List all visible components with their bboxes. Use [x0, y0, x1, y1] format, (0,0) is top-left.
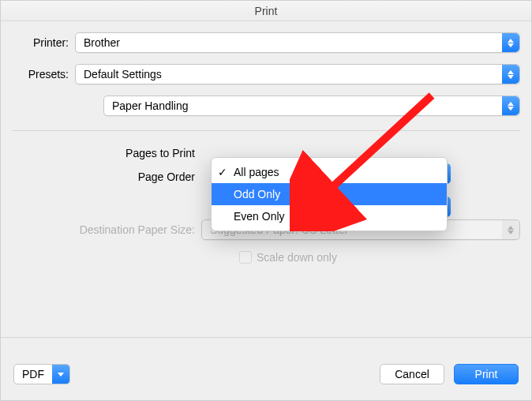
stepper-icon [502, 96, 519, 115]
scale-down-row: Scale down only [239, 251, 520, 264]
print-dialog: Print Printer: Brother Presets: Default … [0, 0, 532, 401]
printer-value: Brother [84, 36, 120, 49]
section-row: Paper Handling [12, 96, 520, 116]
presets-select[interactable]: Default Settings [75, 64, 520, 84]
cancel-button[interactable]: Cancel [380, 364, 444, 384]
window-title: Print [1, 1, 531, 21]
bottom-bar: PDF Cancel Print [1, 348, 531, 400]
cancel-label: Cancel [395, 368, 429, 380]
presets-value: Default Settings [84, 68, 162, 81]
stepper-icon [502, 220, 519, 239]
divider [1, 337, 531, 338]
divider [12, 130, 520, 131]
pdf-button-label: PDF [14, 368, 52, 380]
pages-to-print-dropdown: ✓ All pages Odd Only Even Only [211, 157, 448, 231]
stepper-icon [502, 65, 519, 84]
scale-down-checkbox [239, 251, 252, 264]
dropdown-item-even-only[interactable]: Even Only [212, 205, 447, 227]
destination-paper-label: Destination Paper Size: [43, 223, 201, 236]
presets-label: Presets: [12, 68, 75, 81]
presets-row: Presets: Default Settings [12, 64, 520, 84]
dropdown-item-label: Odd Only [234, 188, 280, 200]
action-buttons: Cancel Print [380, 364, 519, 384]
print-label: Print [475, 368, 498, 380]
scale-down-label: Scale down only [257, 251, 337, 264]
check-icon: ✓ [218, 166, 227, 178]
stepper-icon [502, 33, 519, 52]
pages-to-print-label: Pages to Print [43, 147, 201, 159]
print-button[interactable]: Print [454, 364, 519, 384]
page-order-label: Page Order [43, 171, 201, 183]
pdf-menu-button[interactable]: PDF [13, 364, 70, 384]
printer-row: Printer: Brother [12, 32, 520, 53]
printer-label: Printer: [12, 36, 75, 49]
dropdown-item-all-pages[interactable]: ✓ All pages [212, 161, 447, 183]
printer-select[interactable]: Brother [75, 32, 520, 53]
chevron-down-icon [52, 365, 69, 384]
dropdown-item-label: Even Only [234, 210, 285, 223]
dropdown-item-odd-only[interactable]: Odd Only [212, 183, 447, 205]
section-value: Paper Handling [112, 99, 189, 112]
dropdown-item-label: All pages [234, 166, 279, 178]
section-select[interactable]: Paper Handling [103, 96, 520, 116]
